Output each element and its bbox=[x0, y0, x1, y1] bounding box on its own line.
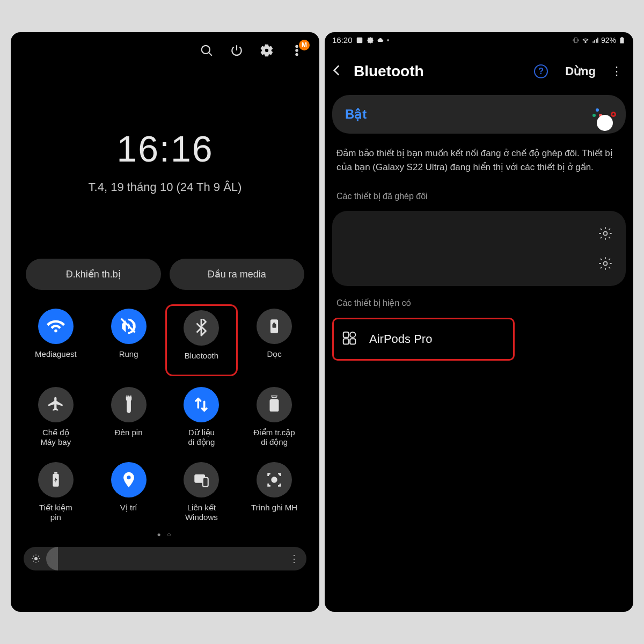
available-device-name: AirPods Pro bbox=[369, 332, 432, 346]
media-output-button[interactable]: Đầu ra media bbox=[170, 259, 305, 290]
power-icon[interactable] bbox=[229, 43, 244, 58]
vibrate-icon bbox=[111, 309, 147, 344]
available-devices-title: Các thiết bị hiện có bbox=[325, 286, 633, 313]
battery-status-icon bbox=[618, 36, 626, 44]
airplane-icon bbox=[38, 387, 74, 422]
brightness-slider[interactable]: ⋮ bbox=[24, 547, 306, 570]
svg-line-20 bbox=[33, 556, 34, 557]
bluetooth-status-label: Bật bbox=[345, 107, 591, 122]
svg-point-14 bbox=[272, 478, 277, 482]
bluetooth-toggle-card: Bật bbox=[332, 95, 626, 134]
paired-device-row[interactable] bbox=[336, 218, 621, 248]
svg-rect-31 bbox=[343, 339, 349, 344]
wifi-icon bbox=[38, 309, 74, 344]
back-button[interactable] bbox=[330, 63, 344, 79]
bluetooth-settings-screen: 16:20 • 92% Bluetooth ? Dừng ⋮ Bật bbox=[325, 32, 633, 612]
qs-label: Tiết kiệm pin bbox=[39, 503, 72, 522]
screen-recorder-icon bbox=[257, 462, 292, 497]
svg-rect-13 bbox=[203, 478, 208, 487]
device-category-icon bbox=[341, 330, 357, 348]
device-control-button[interactable]: Đ.khiển th.bị bbox=[26, 259, 161, 290]
page-title: Bluetooth bbox=[354, 63, 524, 80]
puzzle-icon bbox=[367, 36, 374, 44]
menu-icon[interactable]: M bbox=[289, 43, 304, 58]
svg-rect-32 bbox=[350, 339, 355, 344]
brightness-icon bbox=[31, 554, 41, 564]
svg-rect-30 bbox=[350, 332, 355, 338]
qs-hotspot[interactable]: Điểm tr.cập di động bbox=[242, 387, 306, 447]
qs-link-windows[interactable]: Liên kết Windows bbox=[170, 462, 234, 522]
qs-airplane[interactable]: Chế độ Máy bay bbox=[24, 387, 88, 447]
svg-point-3 bbox=[296, 49, 298, 52]
qs-mobile-data[interactable]: Dữ liệu di động bbox=[170, 387, 234, 447]
bluetooth-icon bbox=[184, 310, 219, 346]
status-time: 16:20 bbox=[332, 35, 353, 45]
data-arrows-icon bbox=[184, 387, 219, 422]
paired-device-row[interactable] bbox=[336, 248, 621, 279]
search-icon[interactable] bbox=[199, 43, 214, 58]
clock-time: 16:16 bbox=[11, 128, 319, 170]
svg-line-21 bbox=[38, 561, 39, 561]
svg-rect-25 bbox=[620, 38, 624, 43]
clock-date: T.4, 19 tháng 10 (24 Th 9 ÂL) bbox=[11, 180, 319, 194]
gear-icon[interactable] bbox=[259, 43, 274, 58]
gear-icon[interactable] bbox=[598, 226, 613, 241]
svg-point-15 bbox=[34, 557, 38, 560]
svg-rect-8 bbox=[273, 323, 275, 325]
qs-label: Mediaguest bbox=[35, 349, 77, 369]
paired-devices-list bbox=[332, 211, 626, 286]
portrait-lock-icon bbox=[257, 309, 292, 344]
signal-status-icon bbox=[591, 36, 599, 44]
svg-point-28 bbox=[604, 262, 608, 266]
qs-rotation[interactable]: Dọc bbox=[242, 309, 306, 372]
qs-label: Đèn pin bbox=[115, 428, 143, 447]
available-device-row[interactable]: AirPods Pro bbox=[332, 318, 515, 361]
status-bar: 16:20 • 92% bbox=[325, 32, 633, 48]
gear-icon[interactable] bbox=[598, 256, 613, 271]
qs-label: Vị trí bbox=[120, 503, 137, 522]
cloud-icon bbox=[377, 37, 384, 43]
svg-rect-29 bbox=[343, 332, 349, 338]
qs-label: Rung bbox=[119, 349, 138, 369]
svg-point-27 bbox=[604, 232, 608, 236]
svg-rect-26 bbox=[621, 37, 623, 38]
location-icon bbox=[111, 462, 147, 497]
quick-settings-panel: M 16:16 T.4, 19 tháng 10 (24 Th 9 ÂL) Đ.… bbox=[11, 32, 319, 612]
qs-label: Chế độ Máy bay bbox=[41, 428, 71, 447]
qs-label: Dọc bbox=[267, 349, 281, 369]
battery-percent: 92% bbox=[601, 36, 616, 45]
svg-rect-11 bbox=[54, 472, 57, 474]
svg-rect-24 bbox=[356, 37, 362, 43]
qs-screen-recorder[interactable]: Trình ghi MH bbox=[242, 462, 306, 522]
qs-location[interactable]: Vị trí bbox=[97, 462, 161, 522]
page-indicator: ● ○ bbox=[11, 531, 319, 538]
qs-sound[interactable]: Rung bbox=[97, 309, 161, 372]
flashlight-icon bbox=[111, 387, 147, 422]
svg-rect-9 bbox=[270, 399, 279, 412]
qs-wifi[interactable]: Mediaguest bbox=[24, 309, 88, 372]
qs-battery-saver[interactable]: Tiết kiệm pin bbox=[24, 462, 88, 522]
qs-bluetooth[interactable]: Bluetooth bbox=[165, 304, 238, 376]
stop-scan-button[interactable]: Dừng bbox=[565, 64, 596, 78]
image-icon bbox=[356, 36, 363, 44]
hotspot-icon bbox=[257, 387, 292, 422]
svg-point-4 bbox=[296, 53, 298, 55]
svg-line-1 bbox=[209, 53, 211, 55]
svg-point-0 bbox=[202, 46, 210, 54]
qs-flashlight[interactable]: Đèn pin bbox=[97, 387, 161, 447]
qs-label: Liên kết Windows bbox=[185, 503, 218, 522]
svg-line-23 bbox=[38, 556, 39, 557]
qs-label: Trình ghi MH bbox=[251, 503, 297, 522]
help-icon[interactable]: ? bbox=[534, 64, 548, 78]
qs-label: Điểm tr.cập di động bbox=[254, 428, 295, 447]
bluetooth-description: Đảm bảo thiết bị bạn muốn kết nối đang ở… bbox=[325, 134, 633, 179]
qs-label: Bluetooth bbox=[185, 351, 218, 370]
svg-line-22 bbox=[33, 561, 34, 561]
wifi-status-icon bbox=[582, 36, 589, 44]
menu-icon[interactable]: ⋮ bbox=[611, 64, 623, 78]
paired-devices-title: Các thiết bị đã ghép đôi bbox=[325, 179, 633, 207]
brightness-menu-icon[interactable]: ⋮ bbox=[289, 553, 299, 565]
notification-badge: M bbox=[299, 40, 310, 50]
vibrate-status-icon bbox=[572, 36, 580, 44]
svg-point-2 bbox=[296, 45, 298, 47]
